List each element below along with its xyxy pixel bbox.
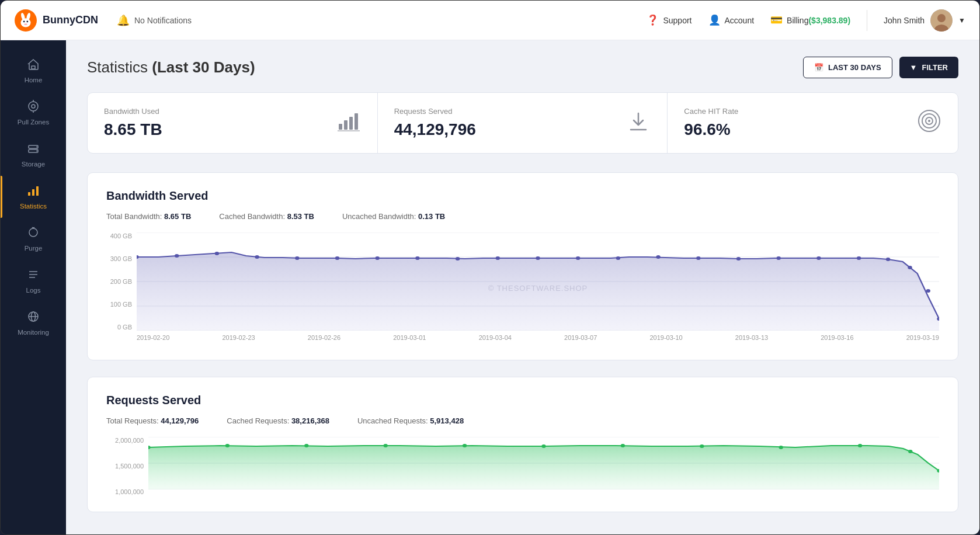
logo[interactable]: BunnyCDN bbox=[15, 9, 98, 32]
svg-point-18 bbox=[36, 151, 37, 152]
filter-button[interactable]: ▼ FILTER bbox=[899, 57, 958, 78]
sidebar-item-storage[interactable]: Storage bbox=[1, 134, 66, 176]
svg-point-79 bbox=[908, 450, 912, 453]
requests-label: Requests Served bbox=[394, 107, 476, 116]
svg-point-4 bbox=[23, 20, 25, 22]
svg-point-51 bbox=[456, 257, 460, 260]
chevron-down-icon: ▼ bbox=[958, 16, 965, 25]
svg-point-49 bbox=[375, 256, 379, 260]
stat-card-requests-content: Requests Served 44,129,796 bbox=[394, 107, 476, 139]
bandwidth-section: Bandwidth Served Total Bandwidth: 8.65 T… bbox=[87, 172, 958, 360]
cache-hit-icon bbox=[917, 109, 941, 138]
date-range-button[interactable]: 📅 LAST 30 DAYS bbox=[803, 57, 892, 78]
svg-point-70 bbox=[225, 444, 230, 447]
requests-chart-area bbox=[148, 437, 939, 495]
logs-icon bbox=[27, 268, 40, 283]
svg-rect-10 bbox=[32, 66, 35, 69]
account-icon: 👤 bbox=[708, 14, 721, 26]
billing-label: Billing($3,983.89) bbox=[787, 16, 850, 25]
requests-total: Total Requests: 44,129,796 bbox=[106, 416, 199, 425]
svg-rect-20 bbox=[32, 189, 34, 196]
bandwidth-value: 8.65 TB bbox=[104, 120, 162, 139]
svg-point-59 bbox=[776, 256, 780, 260]
bandwidth-chart-wrapper: 400 GB 300 GB 200 GB 100 GB 0 GB bbox=[106, 232, 939, 343]
account-link[interactable]: 👤 Account bbox=[708, 14, 755, 26]
stat-cards: Bandwidth Used 8.65 TB bbox=[87, 92, 958, 154]
billing-icon: 💳 bbox=[770, 14, 783, 26]
svg-rect-29 bbox=[344, 120, 347, 130]
sidebar-item-purge[interactable]: Purge bbox=[1, 218, 66, 260]
svg-point-77 bbox=[779, 446, 783, 449]
sidebar-label-home: Home bbox=[25, 77, 43, 84]
filter-icon: ▼ bbox=[910, 63, 918, 72]
bandwidth-meta: Total Bandwidth: 8.65 TB Cached Bandwidt… bbox=[106, 212, 939, 221]
sidebar-label-logs: Logs bbox=[26, 287, 41, 294]
svg-point-53 bbox=[536, 256, 540, 260]
sidebar-item-logs[interactable]: Logs bbox=[1, 260, 66, 302]
billing-link[interactable]: 💳 Billing($3,983.89) bbox=[770, 14, 850, 26]
bell-icon: 🔔 bbox=[117, 14, 130, 27]
requests-chart-wrapper: 2,000,000 1,500,000 1,000,000 bbox=[106, 437, 939, 495]
sidebar-item-home[interactable]: Home bbox=[1, 50, 66, 92]
support-link[interactable]: ❓ Support bbox=[647, 14, 691, 26]
bandwidth-y-axis: 400 GB 300 GB 200 GB 100 GB 0 GB bbox=[106, 232, 137, 343]
topnav-right: ❓ Support 👤 Account 💳 Billing($3,983.89)… bbox=[647, 9, 965, 32]
sidebar-label-purge: Purge bbox=[25, 245, 43, 252]
svg-point-37 bbox=[928, 120, 930, 122]
svg-point-48 bbox=[335, 256, 339, 260]
sidebar-item-pull-zones[interactable]: Pull Zones bbox=[1, 92, 66, 134]
svg-point-56 bbox=[656, 255, 660, 259]
requests-value: 44,129,796 bbox=[394, 120, 476, 139]
page-title: Statistics (Last 30 Days) bbox=[87, 58, 255, 77]
home-icon bbox=[27, 58, 40, 73]
bandwidth-label: Bandwidth Used bbox=[104, 107, 162, 116]
svg-rect-28 bbox=[339, 124, 342, 130]
requests-y-axis: 2,000,000 1,500,000 1,000,000 bbox=[106, 437, 148, 495]
svg-point-5 bbox=[26, 20, 28, 22]
svg-point-3 bbox=[20, 18, 30, 27]
notifications-label: No Notifications bbox=[134, 16, 192, 25]
svg-point-44 bbox=[175, 254, 179, 258]
svg-point-75 bbox=[621, 444, 625, 447]
svg-point-73 bbox=[463, 444, 467, 447]
cache-value: 96.6% bbox=[684, 120, 738, 139]
support-icon: ❓ bbox=[647, 14, 659, 26]
account-label: Account bbox=[725, 16, 755, 25]
sidebar: Home Pull Zones Storage St bbox=[1, 40, 66, 534]
svg-point-47 bbox=[295, 256, 299, 260]
bandwidth-chart-svg bbox=[137, 232, 939, 331]
bandwidth-cached: Cached Bandwidth: 8.53 TB bbox=[219, 212, 314, 221]
svg-rect-30 bbox=[349, 117, 353, 130]
header-actions: 📅 LAST 30 DAYS ▼ FILTER bbox=[803, 57, 958, 78]
sidebar-item-monitoring[interactable]: Monitoring bbox=[1, 302, 66, 344]
stat-card-cache: Cache HIT Rate 96.6% bbox=[668, 93, 958, 153]
stat-card-bandwidth-content: Bandwidth Used 8.65 TB bbox=[104, 107, 162, 139]
svg-point-61 bbox=[857, 256, 861, 260]
requests-icon bbox=[626, 109, 651, 138]
pull-zones-icon bbox=[27, 100, 40, 115]
sidebar-item-statistics[interactable]: Statistics bbox=[1, 176, 66, 218]
purge-icon bbox=[27, 226, 40, 241]
bunny-logo-icon bbox=[15, 9, 37, 32]
user-menu[interactable]: John Smith ▼ bbox=[884, 9, 965, 32]
cache-label: Cache HIT Rate bbox=[684, 107, 738, 116]
svg-point-78 bbox=[858, 444, 862, 447]
svg-point-8 bbox=[937, 14, 946, 22]
page-header: Statistics (Last 30 Days) 📅 LAST 30 DAYS… bbox=[87, 57, 958, 78]
svg-point-58 bbox=[736, 257, 741, 260]
bandwidth-icon bbox=[336, 109, 361, 138]
main-layout: Home Pull Zones Storage St bbox=[1, 40, 979, 534]
svg-rect-21 bbox=[36, 186, 39, 196]
svg-point-74 bbox=[541, 444, 545, 448]
svg-point-46 bbox=[255, 255, 259, 259]
notifications-button[interactable]: 🔔 No Notifications bbox=[117, 14, 192, 27]
support-label: Support bbox=[663, 16, 691, 25]
bandwidth-uncached: Uncached Bandwidth: 0.13 TB bbox=[342, 212, 445, 221]
svg-rect-31 bbox=[355, 113, 358, 130]
stat-card-bandwidth: Bandwidth Used 8.65 TB bbox=[88, 93, 378, 153]
topnav: BunnyCDN 🔔 No Notifications ❓ Support 👤 … bbox=[1, 1, 979, 40]
bandwidth-section-title: Bandwidth Served bbox=[106, 189, 939, 203]
user-name: John Smith bbox=[884, 16, 925, 25]
nav-divider bbox=[867, 10, 867, 31]
svg-point-45 bbox=[215, 252, 219, 255]
